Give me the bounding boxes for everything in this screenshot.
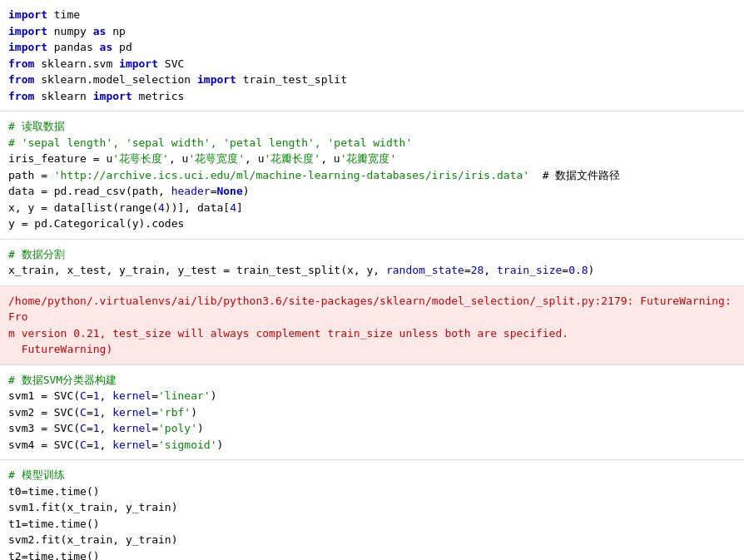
block-svm-build: # 数据SVM分类器构建 svm1 = SVC(C=1, kernel='lin… <box>0 365 744 461</box>
code-line: import time <box>8 8 80 21</box>
code-line: t1=time.time() <box>8 518 100 530</box>
code-line: svm2 = SVC(C=1, kernel='rbf') <box>8 406 197 419</box>
code-line: x, y = data[list(range(4))], data[4] <box>8 201 243 214</box>
code-line: t0=time.time() <box>8 485 100 498</box>
block-imports: import time import numpy as np import pa… <box>0 0 744 112</box>
code-pre-svm-build: # 数据SVM分类器构建 svm1 = SVC(C=1, kernel='lin… <box>8 372 736 453</box>
code-line: svm3 = SVC(C=1, kernel='poly') <box>8 422 204 434</box>
block-warning1: /home/python/.virtualenvs/ai/lib/python3… <box>0 286 744 365</box>
code-pre-training: # 模型训练 t0=time.time() svm1.fit(x_train, … <box>8 467 736 560</box>
code-line: from sklearn.model_selection import trai… <box>8 73 347 86</box>
code-pre-split: # 数据分割 x_train, x_test, y_train, y_test … <box>8 246 736 279</box>
block-split: # 数据分割 x_train, x_test, y_train, y_test … <box>0 240 744 286</box>
warning-line: FutureWarning) <box>8 343 112 355</box>
code-line: # 读取数据 <box>8 120 65 132</box>
code-line: from sklearn.svm import SVC <box>8 57 184 70</box>
code-line: svm4 = SVC(C=1, kernel='sigmoid') <box>8 439 223 451</box>
block-training: # 模型训练 t0=time.time() svm1.fit(x_train, … <box>0 460 744 560</box>
code-line: # 数据分割 <box>8 248 65 260</box>
code-pre-imports: import time import numpy as np import pa… <box>8 7 736 104</box>
code-line: svm2.fit(x_train, y_train) <box>8 533 178 546</box>
warning-line: /home/python/.virtualenvs/ai/lib/python3… <box>8 295 738 324</box>
code-line: y = pd.Categorical(y).codes <box>8 217 184 230</box>
code-line: t2=time.time() <box>8 550 100 561</box>
code-line: iris_feature = u'花萼长度', u'花萼宽度', u'花瓣长度'… <box>8 152 396 165</box>
code-line: path = 'http://archive.ics.uci.edu/ml/ma… <box>8 169 620 181</box>
code-line: svm1 = SVC(C=1, kernel='linear') <box>8 389 216 402</box>
code-line: x_train, x_test, y_train, y_test = train… <box>8 264 594 276</box>
code-viewer: import time import numpy as np import pa… <box>0 0 744 560</box>
code-pre-warning1: /home/python/.virtualenvs/ai/lib/python3… <box>8 293 736 358</box>
block-read-data: # 读取数据 # 'sepal length', 'sepal width', … <box>0 112 744 240</box>
code-pre-read-data: # 读取数据 # 'sepal length', 'sepal width', … <box>8 118 736 232</box>
code-line: from sklearn import metrics <box>8 90 184 102</box>
code-line: # 'sepal length', 'sepal width', 'petal … <box>8 136 412 149</box>
code-line: import numpy as np <box>8 25 126 37</box>
code-line: import pandas as pd <box>8 41 132 53</box>
code-line: # 模型训练 <box>8 468 65 481</box>
code-line: svm1.fit(x_train, y_train) <box>8 501 178 513</box>
code-line: # 数据SVM分类器构建 <box>8 374 117 386</box>
warning-line: m version 0.21, test_size will always co… <box>8 327 568 339</box>
code-line: data = pd.read_csv(path, header=None) <box>8 185 250 197</box>
